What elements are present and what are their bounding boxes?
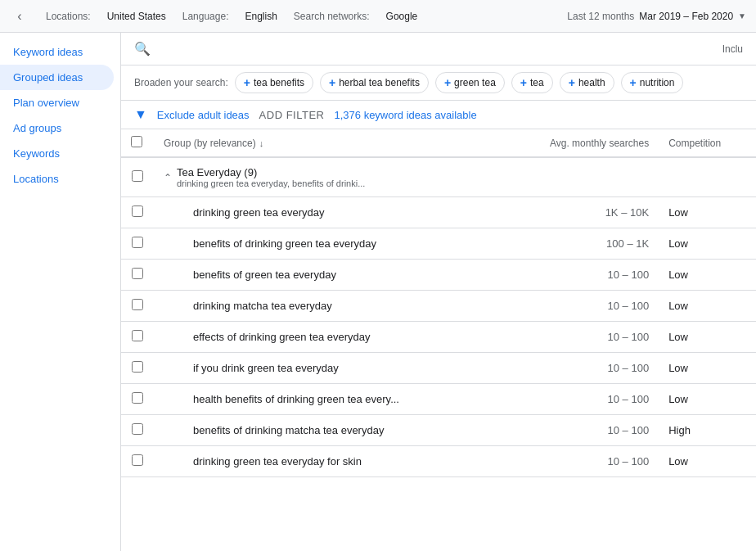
add-filter-button[interactable]: ADD FILTER: [259, 109, 325, 121]
tag-label: health: [578, 77, 605, 88]
group-header-cell: ⌃ Tea Everyday (9) drinking green tea ev…: [154, 157, 756, 197]
date-range: Last 12 months Mar 2019 – Feb 2020 ▼: [567, 11, 746, 22]
avg-monthly-cell: 10 – 100: [498, 291, 659, 322]
tag-label: nutrition: [640, 77, 675, 88]
competition-cell: Low: [659, 228, 756, 260]
avg-monthly-cell: 1K – 10K: [498, 197, 659, 228]
row-checkbox[interactable]: [132, 237, 143, 248]
group-header-label: Group (by relevance): [164, 138, 256, 149]
group-column-header: Group (by relevance) ↓: [154, 129, 498, 157]
filter-bar: ▼ Exclude adult ideas ADD FILTER 1,376 k…: [121, 101, 756, 129]
sidebar-item-label: Keywords: [13, 147, 60, 160]
keyword-cell: if you drink green tea everyday: [154, 353, 498, 384]
keyword-cell: benefits of green tea everyday: [154, 260, 498, 291]
filter-icon: ▼: [134, 107, 147, 122]
date-range-value: Mar 2019 – Feb 2020: [639, 11, 733, 22]
broaden-label: Broaden your search:: [134, 77, 228, 88]
select-all-checkbox[interactable]: [131, 136, 142, 147]
row-checkbox-cell: [121, 415, 154, 446]
competition-cell: Low: [659, 197, 756, 228]
group-description: drinking green tea everyday, benefits of…: [177, 178, 365, 188]
group-header-row: ⌃ Tea Everyday (9) drinking green tea ev…: [121, 157, 756, 197]
tag-tea-benefits[interactable]: + tea benefits: [235, 72, 313, 93]
sidebar-item-label: Ad groups: [13, 122, 61, 134]
sidebar-item-grouped-ideas[interactable]: Grouped ideas: [0, 65, 114, 90]
top-bar: ‹ Locations: United States Language: Eng…: [0, 0, 756, 33]
avg-monthly-cell: 100 – 1K: [498, 228, 659, 260]
row-checkbox-cell: [121, 228, 154, 260]
sidebar-item-keyword-ideas[interactable]: Keyword ideas: [0, 39, 114, 65]
competition-cell: Low: [659, 384, 756, 415]
tag-label: tea: [530, 77, 544, 88]
group-checkbox[interactable]: [132, 170, 143, 182]
keyword-cell: health benefits of drinking green tea ev…: [154, 384, 498, 415]
competition-cell: Low: [659, 322, 756, 353]
tag-health[interactable]: + health: [560, 72, 614, 93]
language-value: English: [245, 11, 277, 22]
broaden-bar: Broaden your search: + tea benefits + he…: [121, 65, 756, 101]
plus-icon: +: [444, 76, 451, 89]
include-text: Inclu: [722, 43, 743, 55]
tag-nutrition[interactable]: + nutrition: [621, 72, 684, 93]
tag-green-tea[interactable]: + green tea: [435, 72, 505, 93]
header-checkbox-cell: [121, 129, 154, 157]
tag-tea[interactable]: + tea: [511, 72, 553, 93]
competition-cell: Low: [659, 260, 756, 291]
keyword-cell: benefits of drinking matcha tea everyday: [154, 415, 498, 446]
collapse-group-icon[interactable]: ⌃: [164, 172, 172, 183]
sidebar-item-ad-groups[interactable]: Ad groups: [0, 115, 114, 141]
keyword-cell: benefits of drinking green tea everyday: [154, 228, 498, 260]
row-checkbox-cell: [121, 260, 154, 291]
avg-monthly-cell: 10 – 100: [498, 260, 659, 291]
main-content: 🔍 green tea benefits Inclu Broaden your …: [121, 33, 756, 551]
row-checkbox[interactable]: [132, 392, 143, 404]
row-checkbox[interactable]: [132, 361, 143, 373]
row-checkbox[interactable]: [132, 330, 143, 341]
table-row: benefits of drinking green tea everyday …: [121, 228, 756, 260]
keyword-cell: drinking green tea everyday for skin: [154, 446, 498, 477]
sidebar-item-keywords[interactable]: Keywords: [0, 141, 114, 166]
competition-cell: Low: [659, 291, 756, 322]
table-row: effects of drinking green tea everyday 1…: [121, 322, 756, 353]
sidebar-item-plan-overview[interactable]: Plan overview: [0, 90, 114, 115]
keyword-table: Group (by relevance) ↓ Avg. monthly sear…: [121, 129, 756, 477]
row-checkbox[interactable]: [132, 423, 143, 435]
sort-down-icon[interactable]: ↓: [259, 138, 264, 148]
sidebar-item-label: Grouped ideas: [13, 71, 83, 84]
search-input[interactable]: green tea benefits: [157, 43, 716, 56]
plus-icon: +: [329, 76, 335, 89]
tag-herbal-tea-benefits[interactable]: + herbal tea benefits: [320, 72, 429, 93]
keyword-cell: effects of drinking green tea everyday: [154, 322, 498, 353]
competition-cell: Low: [659, 353, 756, 384]
row-checkbox-cell: [121, 291, 154, 322]
row-checkbox[interactable]: [132, 454, 143, 466]
avg-monthly-cell: 10 – 100: [498, 353, 659, 384]
search-bar: 🔍 green tea benefits Inclu: [121, 33, 756, 65]
exclude-adult-ideas-link[interactable]: Exclude adult ideas: [157, 109, 250, 121]
date-range-label: Last 12 months: [567, 11, 634, 22]
avg-monthly-cell: 10 – 100: [498, 322, 659, 353]
collapse-sidebar-button[interactable]: ‹: [10, 7, 29, 26]
table-row: drinking green tea everyday for skin 10 …: [121, 446, 756, 477]
row-checkbox[interactable]: [132, 268, 143, 279]
plus-icon: +: [569, 76, 575, 89]
row-checkbox[interactable]: [132, 205, 143, 217]
keyword-count: 1,376 keyword ideas available: [334, 109, 476, 121]
language-label: Language:: [182, 11, 229, 22]
competition-cell: Low: [659, 446, 756, 477]
group-checkbox-cell: [121, 157, 154, 197]
plus-icon: +: [520, 76, 527, 89]
tag-label: herbal tea benefits: [339, 77, 420, 88]
sidebar-item-locations[interactable]: Locations: [0, 166, 114, 192]
layout: Keyword ideas Grouped ideas Plan overvie…: [0, 33, 756, 551]
sidebar-item-label: Plan overview: [13, 97, 79, 109]
table-container: Group (by relevance) ↓ Avg. monthly sear…: [121, 129, 756, 551]
keyword-cell: drinking green tea everyday: [154, 197, 498, 228]
row-checkbox[interactable]: [132, 299, 143, 310]
avg-monthly-cell: 10 – 100: [498, 415, 659, 446]
keyword-cell: drinking matcha tea everyday: [154, 291, 498, 322]
table-row: if you drink green tea everyday 10 – 100…: [121, 353, 756, 384]
group-name: Tea Everyday (9): [177, 166, 365, 178]
table-row: benefits of green tea everyday 10 – 100 …: [121, 260, 756, 291]
table-row: drinking green tea everyday 1K – 10K Low: [121, 197, 756, 228]
